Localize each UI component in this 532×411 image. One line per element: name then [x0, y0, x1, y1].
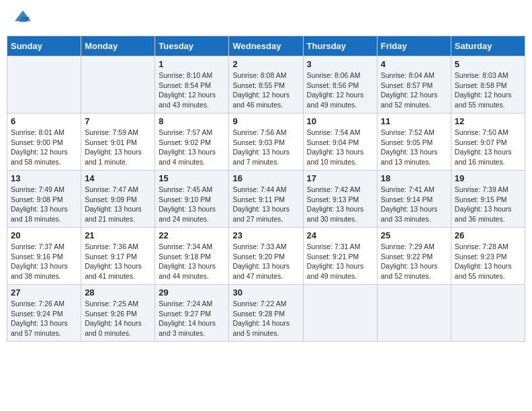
- day-cell: 14Sunrise: 7:47 AM Sunset: 9:09 PM Dayli…: [81, 171, 155, 228]
- day-info: Sunrise: 7:33 AM Sunset: 9:20 PM Dayligh…: [232, 242, 299, 281]
- week-row-1: 1Sunrise: 8:10 AM Sunset: 8:54 PM Daylig…: [7, 56, 525, 113]
- day-number: 26: [455, 230, 521, 240]
- day-number: 10: [307, 116, 373, 126]
- day-info: Sunrise: 7:52 AM Sunset: 9:05 PM Dayligh…: [381, 128, 447, 167]
- day-number: 19: [455, 173, 521, 183]
- day-info: Sunrise: 7:54 AM Sunset: 9:04 PM Dayligh…: [307, 128, 373, 167]
- day-cell: 10Sunrise: 7:54 AM Sunset: 9:04 PM Dayli…: [303, 113, 377, 171]
- day-cell: 22Sunrise: 7:34 AM Sunset: 9:18 PM Dayli…: [155, 228, 229, 285]
- day-cell: 2Sunrise: 8:08 AM Sunset: 8:55 PM Daylig…: [229, 56, 303, 113]
- week-row-5: 27Sunrise: 7:26 AM Sunset: 9:24 PM Dayli…: [7, 285, 525, 342]
- day-info: Sunrise: 7:49 AM Sunset: 9:08 PM Dayligh…: [11, 185, 77, 224]
- day-cell: 20Sunrise: 7:37 AM Sunset: 9:16 PM Dayli…: [7, 228, 81, 285]
- day-number: 21: [85, 230, 151, 240]
- day-number: 29: [159, 287, 225, 298]
- week-row-4: 20Sunrise: 7:37 AM Sunset: 9:16 PM Dayli…: [7, 228, 525, 285]
- day-number: 9: [232, 116, 299, 126]
- day-info: Sunrise: 7:25 AM Sunset: 9:26 PM Dayligh…: [85, 299, 151, 338]
- calendar-table: SundayMondayTuesdayWednesdayThursdayFrid…: [7, 36, 525, 342]
- day-number: 18: [381, 173, 447, 183]
- day-info: Sunrise: 8:06 AM Sunset: 8:56 PM Dayligh…: [307, 71, 373, 110]
- day-cell: 17Sunrise: 7:42 AM Sunset: 9:13 PM Dayli…: [303, 171, 377, 228]
- day-number: 4: [381, 59, 447, 69]
- day-number: 6: [11, 116, 77, 126]
- day-cell: 15Sunrise: 7:45 AM Sunset: 9:10 PM Dayli…: [155, 171, 229, 228]
- day-cell: 9Sunrise: 7:56 AM Sunset: 9:03 PM Daylig…: [229, 113, 303, 171]
- day-info: Sunrise: 7:22 AM Sunset: 9:28 PM Dayligh…: [232, 299, 299, 338]
- day-number: 30: [232, 287, 299, 298]
- day-number: 13: [11, 173, 77, 183]
- day-info: Sunrise: 7:34 AM Sunset: 9:18 PM Dayligh…: [159, 242, 225, 281]
- day-cell: 4Sunrise: 8:04 AM Sunset: 8:57 PM Daylig…: [377, 56, 451, 113]
- day-number: 23: [232, 230, 299, 240]
- day-info: Sunrise: 7:57 AM Sunset: 9:02 PM Dayligh…: [159, 128, 225, 167]
- day-number: 1: [159, 59, 225, 69]
- day-info: Sunrise: 7:29 AM Sunset: 9:22 PM Dayligh…: [381, 242, 447, 281]
- day-header-saturday: Saturday: [451, 36, 525, 56]
- day-number: 12: [455, 116, 521, 126]
- day-info: Sunrise: 8:04 AM Sunset: 8:57 PM Dayligh…: [381, 71, 447, 110]
- day-info: Sunrise: 7:47 AM Sunset: 9:09 PM Dayligh…: [85, 185, 151, 224]
- day-info: Sunrise: 7:36 AM Sunset: 9:17 PM Dayligh…: [85, 242, 151, 281]
- day-info: Sunrise: 7:26 AM Sunset: 9:24 PM Dayligh…: [11, 299, 77, 338]
- day-number: 11: [381, 116, 447, 126]
- day-cell: [451, 285, 525, 342]
- day-number: 2: [232, 59, 299, 69]
- day-cell: 11Sunrise: 7:52 AM Sunset: 9:05 PM Dayli…: [377, 113, 451, 171]
- day-header-monday: Monday: [81, 36, 155, 56]
- day-cell: 26Sunrise: 7:28 AM Sunset: 9:23 PM Dayli…: [451, 228, 525, 285]
- day-cell: [303, 285, 377, 342]
- day-cell: 27Sunrise: 7:26 AM Sunset: 9:24 PM Dayli…: [7, 285, 81, 342]
- day-number: 14: [85, 173, 151, 183]
- day-number: 15: [159, 173, 225, 183]
- day-header-tuesday: Tuesday: [155, 36, 229, 56]
- day-info: Sunrise: 7:28 AM Sunset: 9:23 PM Dayligh…: [455, 242, 521, 281]
- day-cell: 13Sunrise: 7:49 AM Sunset: 9:08 PM Dayli…: [7, 171, 81, 228]
- day-info: Sunrise: 8:03 AM Sunset: 8:58 PM Dayligh…: [455, 71, 521, 110]
- day-cell: [377, 285, 451, 342]
- day-number: 20: [11, 230, 77, 240]
- day-cell: 25Sunrise: 7:29 AM Sunset: 9:22 PM Dayli…: [377, 228, 451, 285]
- day-info: Sunrise: 8:01 AM Sunset: 9:00 PM Dayligh…: [11, 128, 77, 167]
- day-cell: 18Sunrise: 7:41 AM Sunset: 9:14 PM Dayli…: [377, 171, 451, 228]
- day-number: 22: [159, 230, 225, 240]
- week-row-3: 13Sunrise: 7:49 AM Sunset: 9:08 PM Dayli…: [7, 171, 525, 228]
- logo-icon: [15, 10, 31, 24]
- day-header-sunday: Sunday: [7, 36, 81, 56]
- day-cell: 7Sunrise: 7:59 AM Sunset: 9:01 PM Daylig…: [81, 113, 155, 171]
- header-row: SundayMondayTuesdayWednesdayThursdayFrid…: [7, 36, 525, 56]
- day-info: Sunrise: 8:10 AM Sunset: 8:54 PM Dayligh…: [159, 71, 225, 110]
- day-number: 16: [232, 173, 299, 183]
- day-cell: 6Sunrise: 8:01 AM Sunset: 9:00 PM Daylig…: [7, 113, 81, 171]
- day-number: 28: [85, 287, 151, 298]
- day-number: 8: [159, 116, 225, 126]
- day-info: Sunrise: 8:08 AM Sunset: 8:55 PM Dayligh…: [232, 71, 299, 110]
- day-info: Sunrise: 7:31 AM Sunset: 9:21 PM Dayligh…: [307, 242, 373, 281]
- day-number: 24: [307, 230, 373, 240]
- day-cell: [81, 56, 155, 113]
- day-cell: 21Sunrise: 7:36 AM Sunset: 9:17 PM Dayli…: [81, 228, 155, 285]
- day-cell: 23Sunrise: 7:33 AM Sunset: 9:20 PM Dayli…: [229, 228, 303, 285]
- day-info: Sunrise: 7:44 AM Sunset: 9:11 PM Dayligh…: [232, 185, 299, 224]
- day-number: 3: [307, 59, 373, 69]
- day-info: Sunrise: 7:56 AM Sunset: 9:03 PM Dayligh…: [232, 128, 299, 167]
- day-number: 25: [381, 230, 447, 240]
- day-info: Sunrise: 7:59 AM Sunset: 9:01 PM Dayligh…: [85, 128, 151, 167]
- day-info: Sunrise: 7:39 AM Sunset: 9:15 PM Dayligh…: [455, 185, 521, 224]
- day-cell: 16Sunrise: 7:44 AM Sunset: 9:11 PM Dayli…: [229, 171, 303, 228]
- day-info: Sunrise: 7:24 AM Sunset: 9:27 PM Dayligh…: [159, 299, 225, 338]
- day-number: 7: [85, 116, 151, 126]
- day-cell: 30Sunrise: 7:22 AM Sunset: 9:28 PM Dayli…: [229, 285, 303, 342]
- day-header-wednesday: Wednesday: [229, 36, 303, 56]
- day-cell: 12Sunrise: 7:50 AM Sunset: 9:07 PM Dayli…: [451, 113, 525, 171]
- day-info: Sunrise: 7:37 AM Sunset: 9:16 PM Dayligh…: [11, 242, 77, 281]
- week-row-2: 6Sunrise: 8:01 AM Sunset: 9:00 PM Daylig…: [7, 113, 525, 171]
- day-header-friday: Friday: [377, 36, 451, 56]
- day-cell: [7, 56, 81, 113]
- day-cell: 19Sunrise: 7:39 AM Sunset: 9:15 PM Dayli…: [451, 171, 525, 228]
- day-info: Sunrise: 7:50 AM Sunset: 9:07 PM Dayligh…: [455, 128, 521, 167]
- day-header-thursday: Thursday: [303, 36, 377, 56]
- day-number: 17: [307, 173, 373, 183]
- day-cell: 8Sunrise: 7:57 AM Sunset: 9:02 PM Daylig…: [155, 113, 229, 171]
- day-number: 5: [455, 59, 521, 69]
